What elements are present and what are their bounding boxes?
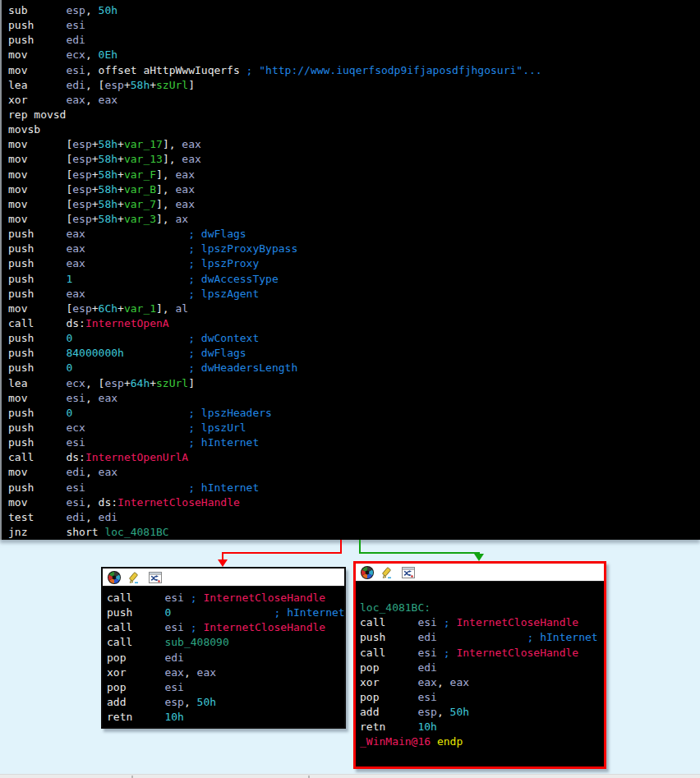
asm-line[interactable]: add esp, 50h	[360, 705, 604, 720]
asm-line[interactable]: push esi ; hInternet	[8, 481, 700, 495]
asm-line[interactable]: xor eax, eax	[107, 665, 344, 680]
edge-false-branch-arrowhead	[218, 559, 228, 567]
asm-line[interactable]: push 84000000h ; dwFlags	[8, 346, 700, 361]
asm-line[interactable]: call esi ; InternetCloseHandle	[107, 591, 344, 605]
asm-line[interactable]: call esi ; InternetCloseHandle	[360, 646, 604, 661]
asm-line[interactable]: mov [esp+6Ch+var_1], al	[8, 302, 700, 316]
asm-line[interactable]: mov ecx, 0Eh	[8, 48, 700, 62]
group-nodes-icon[interactable]	[148, 570, 163, 585]
asm-line[interactable]: push ecx ; lpszUrl	[8, 421, 700, 435]
false-block-code[interactable]: call esi ; InternetCloseHandlepush 0 ; h…	[103, 587, 344, 725]
asm-line[interactable]: pop esi	[360, 690, 604, 705]
asm-line[interactable]: mov [esp+58h+var_F], eax	[8, 168, 700, 182]
basic-block-true[interactable]: loc_4081BC:call esi ; InternetCloseHandl…	[353, 561, 606, 769]
asm-line[interactable]: retn 10h	[360, 720, 604, 734]
asm-line[interactable]: push 1 ; dwAccessType	[8, 272, 700, 287]
asm-line[interactable]: mov [esp+58h+var_3], ax	[8, 212, 700, 227]
block-title-bar	[103, 569, 344, 587]
true-block-code[interactable]: loc_4081BC:call esi ; InternetCloseHandl…	[356, 582, 604, 750]
asm-line[interactable]: pop esi	[107, 680, 344, 695]
asm-line[interactable]: add esp, 50h	[107, 695, 344, 710]
asm-line[interactable]: mov edi, eax	[8, 465, 700, 480]
asm-line[interactable]: mov esi, eax	[8, 391, 700, 406]
asm-line[interactable]: mov [esp+58h+var_17], eax	[8, 137, 700, 152]
asm-line[interactable]: call ds:InternetOpenA	[8, 316, 700, 331]
asm-line[interactable]: push edi ; hInternet	[360, 630, 604, 645]
asm-line[interactable]: lea edi, [esp+58h+szUrl]	[8, 78, 700, 93]
edge-false-branch	[223, 540, 341, 559]
asm-line[interactable]: mov esi, ds:InternetCloseHandle	[8, 495, 700, 510]
basic-block-main[interactable]: sub esp, 50hpush esipush edimov ecx, 0Eh…	[0, 0, 700, 540]
asm-line[interactable]: call esi ; InternetCloseHandle	[107, 620, 344, 635]
asm-line[interactable]: lea ecx, [esp+64h+szUrl]	[8, 376, 700, 391]
asm-line[interactable]: push esi	[8, 18, 700, 33]
asm-line[interactable]: retn 10h	[107, 710, 344, 725]
asm-line[interactable]: mov [esp+58h+var_7], eax	[8, 197, 700, 212]
edge-true-branch	[360, 540, 479, 555]
asm-line[interactable]: push eax ; lpszProxyBypass	[8, 242, 700, 256]
asm-line[interactable]: push eax ; dwFlags	[8, 227, 700, 242]
asm-line[interactable]: jnz short loc_4081BC	[8, 525, 700, 540]
asm-line[interactable]: rep movsd	[8, 108, 700, 122]
asm-line[interactable]: push eax ; lpszAgent	[8, 287, 700, 302]
color-wheel-icon[interactable]	[360, 565, 375, 580]
asm-line[interactable]: test edi, edi	[8, 510, 700, 525]
edge-true-branch-arrowhead	[474, 554, 484, 561]
asm-line[interactable]: push 0 ; dwContext	[8, 331, 700, 346]
asm-line[interactable]: xor eax, eax	[8, 93, 700, 108]
basic-block-false[interactable]: call esi ; InternetCloseHandlepush 0 ; h…	[101, 567, 346, 729]
block-title-bar	[356, 564, 604, 582]
asm-line[interactable]: pop edi	[360, 661, 604, 675]
color-wheel-icon[interactable]	[107, 570, 122, 585]
asm-line[interactable]: movsb	[8, 122, 700, 137]
asm-line[interactable]	[360, 586, 604, 601]
edit-node-icon[interactable]	[380, 565, 395, 580]
asm-line[interactable]: xor eax, eax	[360, 675, 604, 690]
asm-line[interactable]: call esi ; InternetCloseHandle	[360, 615, 604, 630]
asm-line[interactable]: push edi	[8, 33, 700, 48]
asm-line[interactable]: push 0 ; hInternet	[107, 605, 344, 620]
edit-node-icon[interactable]	[127, 570, 142, 585]
asm-line[interactable]: call sub_408090	[107, 635, 344, 650]
asm-line[interactable]: call ds:InternetOpenUrlA	[8, 450, 700, 465]
asm-line[interactable]: push 0 ; lpszHeaders	[8, 406, 700, 421]
asm-line[interactable]: sub esp, 50h	[8, 3, 700, 18]
asm-line[interactable]: push 0 ; dwHeadersLength	[8, 361, 700, 375]
asm-line[interactable]: mov [esp+58h+var_13], eax	[8, 152, 700, 167]
asm-line[interactable]: loc_4081BC:	[360, 601, 604, 615]
horizontal-scrollbar[interactable]	[0, 774, 700, 778]
graph-canvas[interactable]: sub esp, 50hpush esipush edimov ecx, 0Eh…	[0, 0, 700, 778]
asm-line[interactable]: pop edi	[107, 651, 344, 665]
asm-line[interactable]: push eax ; lpszProxy	[8, 256, 700, 271]
group-nodes-icon[interactable]	[401, 565, 416, 580]
asm-line[interactable]: mov esi, offset aHttpWwwIuqerfs ; "http:…	[8, 63, 700, 78]
asm-line[interactable]: push esi ; hInternet	[8, 435, 700, 450]
asm-line[interactable]: mov [esp+58h+var_B], eax	[8, 182, 700, 197]
asm-line[interactable]: _WinMain@16 endp	[360, 734, 604, 749]
